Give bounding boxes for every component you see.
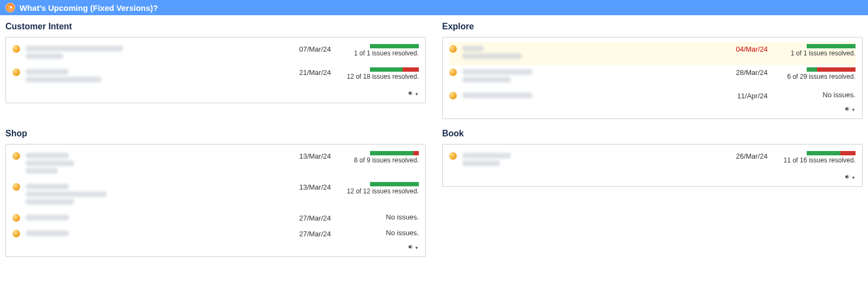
panel-settings-menu[interactable]: ▼ [843,105,856,114]
panel-explore: Explore04/Mar/241 of 1 issues resolved.2… [442,22,863,119]
panel-box: 26/Mar/2411 of 16 issues resolved.▼ [442,144,863,187]
version-icon [449,92,457,99]
version-name-area [25,44,266,61]
progress-bar [807,44,856,48]
version-icon [12,68,20,76]
gear-icon [843,173,850,182]
widget-title: What's Upcoming (Fixed Versions)? [20,3,158,12]
panel-title: Book [442,129,863,139]
widget-header: ◔ What's Upcoming (Fixed Versions)? [0,0,868,15]
caret-down-icon: ▼ [851,108,856,112]
version-icon [12,183,20,191]
version-icon [12,45,20,53]
status-text: No issues. [774,91,856,99]
version-icon [12,214,20,222]
gear-icon [406,90,413,98]
panel-title: Customer Intent [5,22,426,32]
version-icon [449,152,457,160]
version-progress: 8 of 9 issues resolved. [337,151,419,164]
version-row[interactable]: 27/Mar/24No issues. [12,211,419,227]
version-name-area [462,151,703,168]
version-name-area [25,182,266,206]
version-row[interactable]: 13/Mar/2412 of 12 issues resolved. [12,180,419,211]
version-progress: 1 of 1 issues resolved. [337,44,419,57]
version-date: 11/Apr/24 [703,91,768,100]
version-date: 28/Mar/24 [703,67,768,77]
version-icon [449,68,457,76]
progress-bar [370,151,419,155]
version-name-area [25,67,266,84]
panel-box: 04/Mar/241 of 1 issues resolved.28/Mar/2… [442,37,863,119]
panel-shop: Shop13/Mar/248 of 9 issues resolved.13/M… [5,129,426,257]
gear-icon [406,243,413,252]
panel-title: Shop [5,129,426,139]
version-name-area [25,229,266,238]
version-row[interactable]: 07/Mar/241 of 1 issues resolved. [12,42,419,65]
status-text: 12 of 18 issues resolved. [337,73,419,80]
status-text: No issues. [337,213,419,221]
status-text: No issues. [337,229,419,237]
version-name-area [25,213,266,222]
panel-box: 07/Mar/241 of 1 issues resolved.21/Mar/2… [5,37,426,103]
version-date: 26/Mar/24 [703,151,768,160]
version-progress: No issues. [337,213,419,221]
progress-bar [370,67,419,72]
version-date: 07/Mar/24 [266,44,331,53]
panel-book: Book26/Mar/2411 of 16 issues resolved.▼ [442,129,863,257]
caret-down-icon: ▼ [414,246,419,250]
panel-title: Explore [442,22,863,32]
progress-bar [807,151,856,155]
version-row[interactable]: 27/Mar/24No issues. [12,227,419,242]
status-text: 1 of 1 issues resolved. [774,49,856,57]
version-progress: 6 of 29 issues resolved. [774,67,856,80]
version-date: 27/Mar/24 [266,213,331,222]
status-text: 1 of 1 issues resolved. [337,49,419,57]
panel-customer_intent: Customer Intent07/Mar/241 of 1 issues re… [5,22,426,119]
version-date: 04/Mar/24 [703,44,768,53]
version-date: 27/Mar/24 [266,229,331,238]
panel-settings-menu[interactable]: ▼ [406,90,419,98]
panel-settings-menu[interactable]: ▼ [843,173,856,182]
version-row[interactable]: 28/Mar/246 of 29 issues resolved. [449,65,856,89]
version-name-area [462,91,703,100]
version-progress: No issues. [337,229,419,237]
version-icon [449,45,457,53]
status-text: 11 of 16 issues resolved. [774,156,856,164]
version-progress: No issues. [774,91,856,99]
version-row[interactable]: 11/Apr/24No issues. [449,89,856,104]
panel-box: 13/Mar/248 of 9 issues resolved.13/Mar/2… [5,144,426,257]
version-icon [12,230,20,237]
version-progress: 1 of 1 issues resolved. [774,44,856,57]
status-text: 6 of 29 issues resolved. [774,73,856,80]
status-text: 8 of 9 issues resolved. [337,156,419,164]
version-row[interactable]: 04/Mar/241 of 1 issues resolved. [449,42,856,65]
version-row[interactable]: 26/Mar/2411 of 16 issues resolved. [449,149,856,172]
caret-down-icon: ▼ [851,175,856,180]
version-progress: 12 of 18 issues resolved. [337,67,419,80]
panel-settings-menu[interactable]: ▼ [406,243,419,252]
progress-bar [807,67,856,72]
version-date: 13/Mar/24 [266,151,331,160]
version-name-area [25,151,266,175]
progress-bar [370,182,419,186]
version-name-area [462,44,703,61]
version-date: 13/Mar/24 [266,182,331,191]
version-icon [12,152,20,160]
version-progress: 11 of 16 issues resolved. [774,151,856,164]
version-progress: 12 of 12 issues resolved. [337,182,419,195]
version-row[interactable]: 13/Mar/248 of 9 issues resolved. [12,149,419,180]
gear-icon [843,105,850,114]
progress-bar [370,44,419,48]
status-text: 12 of 12 issues resolved. [337,187,419,195]
caret-down-icon: ▼ [414,92,419,97]
version-date: 21/Mar/24 [266,67,331,77]
version-name-area [462,67,703,84]
version-row[interactable]: 21/Mar/2412 of 18 issues resolved. [12,65,419,89]
widget-icon: ◔ [5,3,15,12]
